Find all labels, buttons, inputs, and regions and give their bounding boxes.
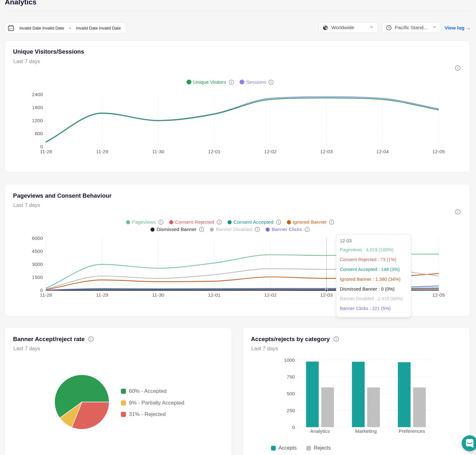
svg-text:12-02: 12-02 — [264, 292, 277, 298]
svg-text:4500: 4500 — [32, 248, 43, 254]
svg-text:1500: 1500 — [32, 274, 43, 280]
svg-text:12-03: 12-03 — [320, 148, 333, 154]
svg-text:12-03: 12-03 — [320, 292, 333, 298]
svg-text:6000: 6000 — [32, 235, 43, 241]
svg-text:Preferences: Preferences — [399, 428, 425, 434]
svg-text:0: 0 — [292, 425, 295, 430]
svg-text:1000: 1000 — [284, 357, 295, 363]
svg-text:1200: 1200 — [32, 118, 43, 123]
svg-text:12-02: 12-02 — [264, 148, 277, 154]
svg-text:0: 0 — [40, 287, 43, 293]
svg-text:600: 600 — [35, 131, 43, 136]
svg-text:750: 750 — [287, 374, 295, 379]
svg-text:0: 0 — [40, 144, 43, 149]
svg-text:2400: 2400 — [32, 92, 43, 97]
svg-text:Marketing: Marketing — [355, 428, 377, 434]
svg-text:12-01: 12-01 — [208, 292, 221, 298]
svg-text:11-29: 11-29 — [96, 292, 108, 298]
svg-text:11-28: 11-28 — [40, 148, 52, 154]
svg-text:12-05: 12-05 — [432, 292, 445, 298]
svg-text:11-30: 11-30 — [152, 148, 164, 154]
svg-text:500: 500 — [287, 391, 295, 396]
svg-text:11-30: 11-30 — [152, 292, 164, 298]
svg-text:12-05: 12-05 — [432, 148, 445, 154]
svg-text:3000: 3000 — [32, 261, 43, 267]
svg-text:250: 250 — [287, 408, 295, 413]
svg-text:11-29: 11-29 — [96, 148, 108, 154]
svg-text:12-01: 12-01 — [208, 148, 221, 154]
svg-text:12-04: 12-04 — [376, 148, 389, 154]
svg-text:1800: 1800 — [32, 105, 43, 110]
svg-text:11-28: 11-28 — [40, 292, 52, 298]
svg-text:Analytics: Analytics — [310, 428, 330, 434]
